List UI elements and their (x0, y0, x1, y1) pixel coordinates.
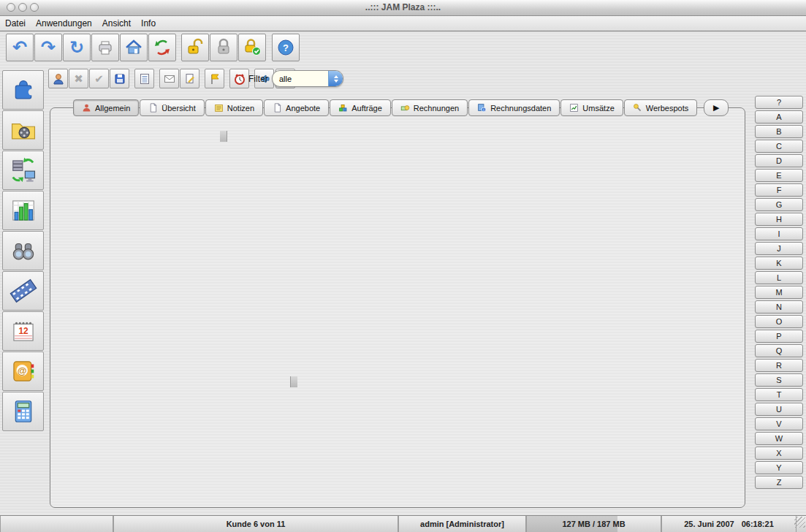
status-blank-segment (0, 516, 113, 532)
geburtstag-stepper[interactable] (290, 376, 297, 387)
sidebar-calculator-button[interactable] (2, 392, 44, 431)
svg-text:i: i (483, 108, 484, 112)
flag-button[interactable] (205, 69, 224, 88)
alpha-key-n[interactable]: N (755, 300, 803, 314)
menu-datei[interactable]: Datei (5, 18, 26, 28)
undo-button[interactable]: ↶ (6, 34, 34, 61)
alpha-key-e[interactable]: E (755, 169, 803, 182)
alpha-key-j[interactable]: J (755, 242, 803, 255)
alpha-key-o[interactable]: O (755, 315, 803, 328)
tab-rechnungsdaten[interactable]: i Rechnungsdaten (468, 99, 560, 116)
lock-button[interactable] (210, 34, 237, 61)
statistics-icon (9, 197, 37, 224)
mail-button[interactable] (159, 69, 179, 88)
alpha-key-t[interactable]: T (755, 388, 803, 401)
person-icon (82, 103, 91, 113)
alpha-key-y[interactable]: Y (755, 461, 803, 474)
lock-confirm-button[interactable] (238, 34, 266, 61)
refresh-button[interactable]: ↻ (63, 34, 91, 61)
confirm-record-button[interactable]: ✔ (89, 69, 109, 88)
filter-dropdown-value: alle (273, 75, 328, 83)
alpha-key-b[interactable]: B (755, 125, 803, 138)
calendar-icon: 12 (9, 317, 37, 345)
alpha-key-d[interactable]: D (755, 154, 803, 167)
calculator-icon (9, 398, 37, 425)
alarm-icon (233, 72, 246, 86)
sidebar-film-button[interactable] (2, 271, 44, 311)
sync-button[interactable] (148, 34, 176, 61)
alpha-key-u[interactable]: U (755, 403, 803, 416)
list-button[interactable] (134, 69, 154, 88)
unlock-button[interactable] (181, 34, 209, 61)
tab-werbespots[interactable]: Werbespots (624, 99, 698, 116)
alpha-key-m[interactable]: M (755, 286, 803, 299)
stepper-icon[interactable] (328, 71, 343, 86)
alpha-key-q[interactable]: Q (755, 344, 803, 357)
sidebar-search-button[interactable] (2, 231, 44, 270)
film-icon (9, 277, 37, 305)
sidebar-modules-button[interactable] (2, 70, 44, 110)
menu-anwendungen[interactable]: Anwendungen (36, 18, 92, 28)
status-datetime: 25. Juni 2007 06:18:21 (661, 516, 797, 532)
contacts-icon: @ (9, 357, 37, 385)
filter-dropdown[interactable]: alle (272, 70, 343, 87)
refresh-icon: ↻ (69, 39, 84, 56)
alpha-key-question[interactable]: ? (755, 96, 803, 109)
tab-rechnungen[interactable]: Rechnungen (392, 99, 468, 116)
alpha-key-f[interactable]: F (755, 183, 803, 197)
redo-button[interactable]: ↷ (34, 34, 62, 61)
tab-overflow-button[interactable]: ▶ (704, 99, 729, 116)
invoice-info-icon: i (477, 103, 487, 113)
alpha-key-a[interactable]: A (755, 110, 803, 123)
tab-umsaetze[interactable]: Umsätze (560, 99, 623, 116)
tab-auftraege[interactable]: Aufträge (330, 99, 391, 116)
alpha-key-v[interactable]: V (755, 417, 803, 430)
help-button[interactable]: ? (272, 34, 300, 61)
alpha-key-w[interactable]: W (755, 432, 803, 445)
tab-bar: Allgemein Übersicht Notizen Angebote Auf… (73, 99, 729, 116)
list-icon (138, 72, 151, 86)
window-title: ..::: JAM Plaza :::.. (0, 2, 806, 12)
alpha-key-i[interactable]: I (755, 227, 803, 240)
sidebar-media-button[interactable] (2, 110, 44, 150)
microphone-icon (633, 103, 642, 113)
confirm-icon: ✔ (94, 72, 104, 86)
delete-record-button[interactable]: ✖ (69, 69, 88, 88)
new-contact-icon (52, 72, 65, 86)
alpha-key-z[interactable]: Z (755, 476, 803, 489)
titlebar: ..::: JAM Plaza :::.. (0, 0, 806, 16)
home-icon (124, 38, 143, 57)
tab-angebote[interactable]: Angebote (264, 99, 329, 116)
alpha-key-h[interactable]: H (755, 213, 803, 226)
sync-computer-icon (9, 156, 37, 184)
print-button[interactable] (91, 34, 119, 61)
kdnr-stepper[interactable] (220, 131, 227, 142)
alpha-key-l[interactable]: L (755, 271, 803, 284)
alpha-key-x[interactable]: X (755, 446, 803, 460)
alpha-key-r[interactable]: R (755, 359, 803, 372)
alpha-key-p[interactable]: P (755, 330, 803, 343)
alpha-key-k[interactable]: K (755, 256, 803, 270)
sidebar-calendar-button[interactable]: 12 (2, 311, 44, 351)
alpha-key-g[interactable]: G (755, 198, 803, 211)
save-record-button[interactable] (110, 69, 129, 88)
tab-allgemein[interactable]: Allgemein (73, 99, 139, 116)
home-button[interactable] (120, 34, 148, 61)
tab-notizen[interactable]: Notizen (205, 99, 263, 116)
sidebar-statistics-button[interactable] (2, 191, 44, 230)
new-contact-button[interactable] (48, 69, 68, 88)
customer-form-panel (50, 107, 745, 508)
document-icon (273, 103, 282, 113)
edit-document-button[interactable] (180, 69, 199, 88)
resize-grip[interactable] (794, 517, 805, 528)
alarm-button[interactable] (229, 69, 249, 88)
tab-overflow-icon: ▶ (713, 103, 719, 113)
alpha-key-c[interactable]: C (755, 140, 803, 153)
sidebar-sync-button[interactable] (2, 151, 44, 190)
menu-info[interactable]: Info (141, 18, 156, 28)
alpha-key-s[interactable]: S (755, 373, 803, 387)
sidebar-contacts-button[interactable]: @ (2, 352, 44, 391)
tab-uebersicht[interactable]: Übersicht (140, 99, 204, 116)
menu-ansicht[interactable]: Ansicht (102, 18, 131, 28)
delete-icon: ✖ (74, 72, 83, 86)
